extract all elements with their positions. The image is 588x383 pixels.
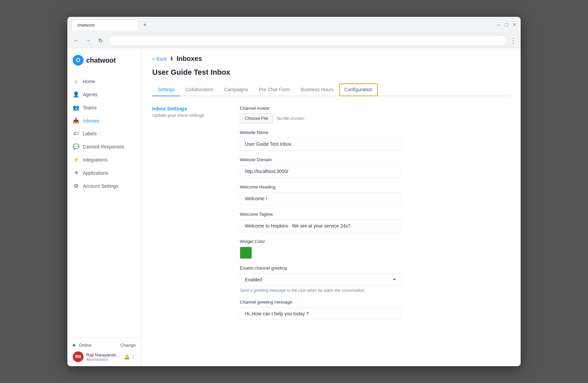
- settings-layout: Inbox Settings Update your inbox setting…: [152, 106, 510, 327]
- no-file-label: No file chosen: [276, 116, 304, 121]
- enable-greeting-group: Enable channel greeting Enabled Disabled…: [240, 266, 401, 293]
- account-settings-icon: ⚙: [73, 183, 79, 189]
- canned-responses-icon: 💬: [73, 143, 79, 150]
- website-name-input[interactable]: [240, 138, 401, 150]
- sidebar-item-applications[interactable]: ✳ Applications: [67, 166, 141, 179]
- sidebar-item-label: Agents: [83, 92, 98, 97]
- tab-label: chatwoot: [77, 23, 95, 28]
- tab-collaborators[interactable]: Collaborators: [180, 83, 219, 96]
- sidebar-item-inboxes[interactable]: 📥 Inboxes: [67, 114, 141, 127]
- sidebar: O chatwoot ⌂ Home 👤 Agents 👥 Teams: [67, 48, 141, 366]
- user-info: Raji Narayanan ... Administrator: [86, 352, 121, 361]
- widget-color-group: Widget Color: [240, 239, 401, 259]
- status-text: Online: [79, 343, 92, 348]
- maximize-button[interactable]: □: [504, 23, 509, 27]
- website-name-group: Website Name: [240, 130, 401, 150]
- sidebar-item-integrations[interactable]: ⚡ Integrations: [67, 153, 141, 166]
- inbox-settings-title: Inbox Settings: [152, 106, 226, 111]
- welcome-tagline-input[interactable]: [240, 219, 401, 232]
- sidebar-item-home[interactable]: ⌂ Home: [67, 75, 141, 88]
- user-row: RN Raji Narayanan ... Administrator 🔔 ⋮: [73, 351, 136, 362]
- avatar: RN: [73, 351, 84, 362]
- greeting-message-input[interactable]: [240, 307, 401, 320]
- website-domain-group: Website Domain: [240, 157, 401, 178]
- greeting-message-label: Channel greeting message: [240, 300, 401, 305]
- address-bar[interactable]: [108, 35, 507, 46]
- inbox-settings-desc: Update your inbox settings: [152, 113, 226, 118]
- sidebar-item-label: Account Settings: [83, 183, 118, 189]
- sidebar-item-label: Teams: [83, 105, 97, 110]
- change-status-link[interactable]: Change: [120, 343, 136, 348]
- download-icon: ⬇: [169, 56, 174, 62]
- sidebar-item-label: Canned Responses: [83, 144, 124, 149]
- greeting-hint: Send a greeting message to the user when…: [240, 288, 401, 293]
- settings-sidebar-info: Inbox Settings Update your inbox setting…: [152, 106, 226, 327]
- sidebar-item-teams[interactable]: 👥 Teams: [67, 101, 141, 114]
- new-tab-button[interactable]: +: [140, 20, 150, 30]
- labels-icon: 🏷: [73, 131, 79, 137]
- teams-icon: 👥: [73, 104, 79, 111]
- tab-configuration[interactable]: Configuration: [339, 83, 378, 96]
- agents-icon: 👤: [73, 91, 79, 98]
- main-content: < Back ⬇ Inboxes User Guide Test Inbox S…: [141, 48, 521, 366]
- welcome-heading-label: Welcome Heading: [240, 184, 401, 189]
- sidebar-item-label: Inboxes: [83, 118, 99, 124]
- back-button[interactable]: ←: [71, 36, 81, 45]
- tab-settings[interactable]: Settings: [152, 83, 180, 96]
- enable-greeting-label: Enable channel greeting: [240, 266, 401, 271]
- enable-greeting-select[interactable]: Enabled Disabled: [240, 273, 401, 286]
- website-domain-label: Website Domain: [240, 157, 401, 162]
- status-dot: [73, 344, 75, 347]
- channel-avatar-label: Channel Avatar: [240, 106, 401, 111]
- greeting-message-group: Channel greeting message: [240, 300, 401, 320]
- channel-avatar-group: Channel Avatar Choose File No file chose…: [240, 106, 401, 123]
- sidebar-nav: ⌂ Home 👤 Agents 👥 Teams 📥 Inboxes 🏷: [67, 72, 141, 338]
- user-role: Administrator: [86, 357, 121, 361]
- sidebar-item-labels[interactable]: 🏷 Labels: [67, 127, 141, 140]
- tab-campaigns[interactable]: Campaigns: [219, 83, 254, 96]
- back-link[interactable]: < Back: [152, 56, 167, 62]
- sidebar-item-canned-responses[interactable]: 💬 Canned Responses: [67, 140, 141, 153]
- notification-bell-icon[interactable]: 🔔: [124, 354, 130, 359]
- welcome-heading-input[interactable]: [240, 192, 401, 205]
- logo: O chatwoot: [67, 48, 141, 72]
- settings-form: Channel Avatar Choose File No file chose…: [240, 106, 401, 327]
- forward-button[interactable]: →: [84, 36, 93, 45]
- browser-tab[interactable]: chatwoot: [71, 20, 139, 30]
- sidebar-footer: Online Change RN Raji Narayanan ... Admi…: [67, 338, 141, 366]
- tab-business-hours[interactable]: Business Hours: [295, 83, 339, 96]
- website-name-label: Website Name: [240, 130, 401, 135]
- user-menu-icon[interactable]: ⋮: [131, 354, 136, 359]
- welcome-tagline-group: Welcome Tagline: [240, 212, 401, 232]
- sidebar-item-account-settings[interactable]: ⚙ Account Settings: [67, 179, 141, 193]
- file-input-row: Choose File No file chosen: [240, 113, 401, 123]
- sidebar-item-label: Integrations: [83, 157, 107, 163]
- sidebar-item-label: Home: [83, 79, 95, 84]
- choose-file-button[interactable]: Choose File: [240, 113, 273, 123]
- applications-icon: ✳: [73, 170, 79, 176]
- browser-menu-button[interactable]: ⋮: [510, 36, 517, 44]
- status-row: Online Change: [73, 342, 136, 348]
- breadcrumb-title: Inboxes: [176, 55, 202, 63]
- user-actions: 🔔 ⋮: [124, 354, 136, 359]
- tab-pre-chat-form[interactable]: Pre Chat Form: [254, 83, 295, 96]
- inboxes-icon: 📥: [73, 117, 79, 124]
- sidebar-item-agents[interactable]: 👤 Agents: [67, 88, 141, 101]
- tabs: Settings Collaborators Campaigns Pre Cha…: [152, 83, 510, 96]
- logo-icon: O: [73, 55, 84, 66]
- page-title: User Guide Test Inbox: [152, 68, 510, 77]
- breadcrumb: < Back ⬇ Inboxes: [152, 55, 510, 63]
- close-button[interactable]: ×: [513, 23, 517, 27]
- status-indicator: Online: [73, 342, 92, 348]
- logo-text: chatwoot: [86, 57, 116, 64]
- user-name: Raji Narayanan ...: [86, 352, 121, 357]
- widget-color-picker[interactable]: [240, 247, 252, 259]
- minimize-button[interactable]: –: [496, 23, 500, 27]
- welcome-heading-group: Welcome Heading: [240, 184, 401, 205]
- reload-button[interactable]: ↻: [96, 36, 105, 45]
- widget-color-label: Widget Color: [240, 239, 401, 244]
- integrations-icon: ⚡: [73, 156, 79, 163]
- website-domain-input[interactable]: [240, 165, 401, 178]
- home-icon: ⌂: [73, 78, 79, 84]
- sidebar-item-label: Applications: [83, 170, 108, 176]
